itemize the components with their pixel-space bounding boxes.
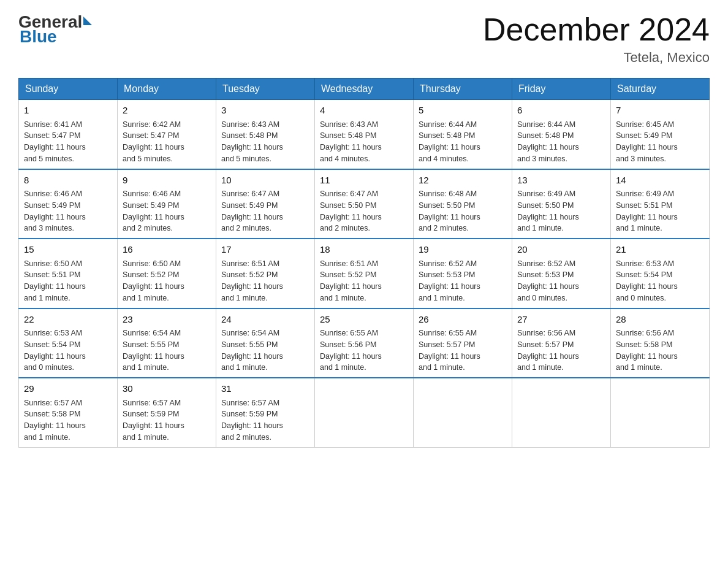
logo-blue-text: Blue — [20, 27, 57, 47]
sunrise-text: Sunrise: 6:43 AM — [320, 120, 378, 129]
sunrise-text: Sunrise: 6:56 AM — [616, 329, 674, 337]
day-number: 3 — [221, 104, 309, 118]
calendar-cell: 18Sunrise: 6:51 AMSunset: 5:52 PMDayligh… — [315, 239, 414, 308]
day-info: Sunrise: 6:56 AMSunset: 5:58 PMDaylight:… — [616, 327, 704, 373]
daylight-text: Daylight: 11 hours — [419, 282, 480, 291]
day-number: 28 — [616, 313, 704, 327]
daylight-text: Daylight: 11 hours — [517, 213, 579, 221]
page-header: General Blue December 2024 Tetela, Mexic… — [18, 12, 710, 66]
sunset-text: Sunset: 5:52 PM — [320, 270, 376, 279]
day-info: Sunrise: 6:50 AMSunset: 5:51 PMDaylight:… — [24, 258, 112, 304]
daylight-text: Daylight: 11 hours — [221, 213, 283, 221]
day-info: Sunrise: 6:41 AMSunset: 5:47 PMDaylight:… — [24, 119, 112, 165]
sunrise-text: Sunrise: 6:56 AM — [517, 329, 575, 337]
sunset-text: Sunset: 5:50 PM — [320, 201, 376, 210]
day-info: Sunrise: 6:42 AMSunset: 5:47 PMDaylight:… — [123, 119, 211, 165]
calendar-cell: 15Sunrise: 6:50 AMSunset: 5:51 PMDayligh… — [19, 239, 118, 308]
calendar-cell: 10Sunrise: 6:47 AMSunset: 5:49 PMDayligh… — [216, 169, 315, 239]
sunrise-text: Sunrise: 6:42 AM — [123, 120, 181, 129]
daylight-text: Daylight: 11 hours — [419, 213, 480, 221]
calendar-cell: 16Sunrise: 6:50 AMSunset: 5:52 PMDayligh… — [118, 239, 216, 308]
calendar-table: SundayMondayTuesdayWednesdayThursdayFrid… — [18, 78, 710, 448]
day-number: 27 — [517, 313, 605, 327]
calendar-cell: 14Sunrise: 6:49 AMSunset: 5:51 PMDayligh… — [611, 169, 710, 239]
day-info: Sunrise: 6:51 AMSunset: 5:52 PMDaylight:… — [221, 258, 309, 304]
daylight-minutes-text: and 1 minute. — [123, 433, 169, 442]
daylight-minutes-text: and 1 minute. — [221, 294, 268, 302]
sunrise-text: Sunrise: 6:55 AM — [320, 329, 378, 337]
calendar-cell: 28Sunrise: 6:56 AMSunset: 5:58 PMDayligh… — [611, 308, 710, 378]
day-number: 13 — [517, 174, 605, 188]
calendar-cell: 5Sunrise: 6:44 AMSunset: 5:48 PMDaylight… — [414, 100, 512, 169]
day-info: Sunrise: 6:46 AMSunset: 5:49 PMDaylight:… — [123, 188, 211, 234]
sunrise-text: Sunrise: 6:52 AM — [419, 259, 477, 268]
day-number: 17 — [221, 243, 309, 257]
daylight-minutes-text: and 1 minute. — [616, 363, 662, 372]
calendar-cell: 23Sunrise: 6:54 AMSunset: 5:55 PMDayligh… — [118, 308, 216, 378]
day-info: Sunrise: 6:50 AMSunset: 5:52 PMDaylight:… — [123, 258, 211, 304]
sunset-text: Sunset: 5:52 PM — [221, 270, 278, 279]
daylight-minutes-text: and 5 minutes. — [123, 155, 173, 163]
day-info: Sunrise: 6:55 AMSunset: 5:57 PMDaylight:… — [419, 327, 507, 373]
day-info: Sunrise: 6:57 AMSunset: 5:59 PMDaylight:… — [123, 397, 211, 443]
daylight-text: Daylight: 11 hours — [123, 282, 184, 291]
sunset-text: Sunset: 5:49 PM — [24, 201, 80, 210]
daylight-text: Daylight: 11 hours — [24, 282, 86, 291]
day-header-tuesday: Tuesday — [216, 79, 315, 100]
day-info: Sunrise: 6:51 AMSunset: 5:52 PMDaylight:… — [320, 258, 408, 304]
daylight-minutes-text: and 1 minute. — [221, 363, 268, 372]
day-number: 30 — [123, 382, 211, 396]
sunrise-text: Sunrise: 6:53 AM — [24, 329, 82, 337]
sunset-text: Sunset: 5:57 PM — [517, 340, 574, 349]
day-number: 26 — [419, 313, 507, 327]
sunrise-text: Sunrise: 6:49 AM — [517, 190, 575, 198]
sunset-text: Sunset: 5:49 PM — [123, 201, 179, 210]
daylight-minutes-text: and 1 minute. — [123, 294, 169, 302]
calendar-title: December 2024 — [483, 12, 710, 47]
daylight-text: Daylight: 11 hours — [123, 352, 184, 361]
daylight-text: Daylight: 11 hours — [123, 421, 184, 430]
sunset-text: Sunset: 5:48 PM — [221, 131, 278, 140]
calendar-cell — [611, 378, 710, 447]
daylight-text: Daylight: 11 hours — [517, 352, 579, 361]
day-number: 14 — [616, 174, 704, 188]
day-info: Sunrise: 6:57 AMSunset: 5:59 PMDaylight:… — [221, 397, 309, 443]
day-info: Sunrise: 6:48 AMSunset: 5:50 PMDaylight:… — [419, 188, 507, 234]
day-info: Sunrise: 6:53 AMSunset: 5:54 PMDaylight:… — [24, 327, 112, 373]
daylight-text: Daylight: 11 hours — [221, 143, 283, 151]
calendar-cell: 31Sunrise: 6:57 AMSunset: 5:59 PMDayligh… — [216, 378, 315, 447]
day-number: 8 — [24, 174, 112, 188]
calendar-cell — [414, 378, 512, 447]
day-number: 10 — [221, 174, 309, 188]
day-number: 2 — [123, 104, 211, 118]
day-info: Sunrise: 6:54 AMSunset: 5:55 PMDaylight:… — [123, 327, 211, 373]
daylight-minutes-text: and 1 minute. — [24, 294, 70, 302]
daylight-minutes-text: and 4 minutes. — [419, 155, 469, 163]
calendar-week-row: 1Sunrise: 6:41 AMSunset: 5:47 PMDaylight… — [19, 100, 710, 169]
day-header-friday: Friday — [512, 79, 611, 100]
sunrise-text: Sunrise: 6:57 AM — [24, 399, 82, 407]
sunrise-text: Sunrise: 6:48 AM — [419, 190, 477, 198]
daylight-text: Daylight: 11 hours — [221, 282, 283, 291]
daylight-minutes-text: and 2 minutes. — [419, 224, 469, 232]
day-header-sunday: Sunday — [19, 79, 118, 100]
day-info: Sunrise: 6:49 AMSunset: 5:51 PMDaylight:… — [616, 188, 704, 234]
sunset-text: Sunset: 5:53 PM — [517, 270, 574, 279]
day-info: Sunrise: 6:56 AMSunset: 5:57 PMDaylight:… — [517, 327, 605, 373]
daylight-minutes-text: and 0 minutes. — [517, 294, 567, 302]
day-number: 12 — [419, 174, 507, 188]
daylight-minutes-text: and 3 minutes. — [517, 155, 567, 163]
calendar-header-row: SundayMondayTuesdayWednesdayThursdayFrid… — [19, 79, 710, 100]
daylight-text: Daylight: 11 hours — [616, 143, 678, 151]
day-info: Sunrise: 6:43 AMSunset: 5:48 PMDaylight:… — [221, 119, 309, 165]
day-number: 25 — [320, 313, 408, 327]
daylight-text: Daylight: 11 hours — [320, 143, 382, 151]
day-number: 18 — [320, 243, 408, 257]
day-number: 20 — [517, 243, 605, 257]
daylight-text: Daylight: 11 hours — [616, 282, 678, 291]
daylight-text: Daylight: 11 hours — [221, 352, 283, 361]
sunrise-text: Sunrise: 6:54 AM — [123, 329, 181, 337]
day-number: 1 — [24, 104, 112, 118]
daylight-minutes-text: and 0 minutes. — [24, 363, 74, 372]
daylight-minutes-text: and 1 minute. — [517, 363, 564, 372]
